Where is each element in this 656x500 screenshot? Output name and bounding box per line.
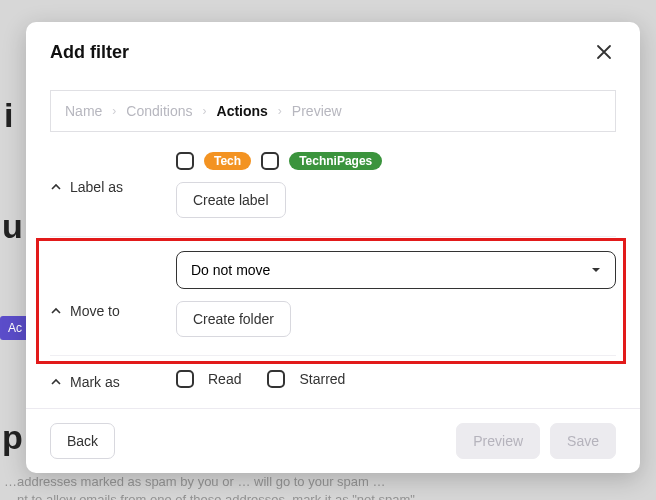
- modal-footer: Back Preview Save: [26, 408, 640, 473]
- mark-read-label: Read: [208, 371, 241, 387]
- divider: [50, 355, 616, 356]
- crumb-name[interactable]: Name: [65, 103, 102, 119]
- label-pill-tech: Tech: [204, 152, 251, 170]
- mark-read-checkbox[interactable]: [176, 370, 194, 388]
- bg-letter: p: [2, 418, 23, 457]
- move-to-select[interactable]: Do not move: [176, 251, 616, 289]
- label-pill-technipages: TechniPages: [289, 152, 382, 170]
- modal-body: Label as Tech TechniPages Create label M…: [26, 146, 640, 408]
- modal-header: Add filter: [26, 22, 640, 72]
- bg-letter: u: [2, 207, 23, 246]
- create-label-button[interactable]: Create label: [176, 182, 286, 218]
- label-checkbox-technipages[interactable]: [261, 152, 279, 170]
- select-value: Do not move: [191, 262, 270, 278]
- label-checkbox-tech[interactable]: [176, 152, 194, 170]
- mark-starred-checkbox[interactable]: [267, 370, 285, 388]
- chevron-up-icon[interactable]: [50, 305, 62, 317]
- close-icon: [596, 44, 612, 60]
- bg-text-line: …addresses marked as spam by you or … wi…: [4, 472, 385, 492]
- chevron-right-icon: ›: [112, 104, 116, 118]
- chevron-up-icon[interactable]: [50, 181, 62, 193]
- crumb-preview[interactable]: Preview: [292, 103, 342, 119]
- section-label-as: Label as Tech TechniPages Create label: [50, 146, 616, 228]
- chevron-right-icon: ›: [278, 104, 282, 118]
- caret-down-icon: [591, 265, 601, 275]
- section-heading: Mark as: [70, 374, 120, 390]
- section-heading: Label as: [70, 179, 123, 195]
- chevron-up-icon[interactable]: [50, 376, 62, 388]
- preview-button[interactable]: Preview: [456, 423, 540, 459]
- crumb-conditions[interactable]: Conditions: [126, 103, 192, 119]
- add-filter-modal: Add filter Name › Conditions › Actions ›…: [26, 22, 640, 473]
- mark-starred-label: Starred: [299, 371, 345, 387]
- crumb-actions[interactable]: Actions: [217, 103, 268, 119]
- bg-letter: i: [4, 96, 13, 135]
- modal-title: Add filter: [50, 42, 129, 63]
- section-mark-as: Mark as Read Starred: [50, 364, 616, 400]
- save-button[interactable]: Save: [550, 423, 616, 459]
- bg-text-line: …nt to allow emails from one of these ad…: [4, 490, 415, 500]
- section-move-to: Move to Do not move Create folder: [50, 245, 616, 347]
- close-button[interactable]: [592, 40, 616, 64]
- chevron-right-icon: ›: [203, 104, 207, 118]
- back-button[interactable]: Back: [50, 423, 115, 459]
- divider: [50, 236, 616, 237]
- breadcrumb: Name › Conditions › Actions › Preview: [50, 90, 616, 132]
- create-folder-button[interactable]: Create folder: [176, 301, 291, 337]
- section-heading: Move to: [70, 303, 120, 319]
